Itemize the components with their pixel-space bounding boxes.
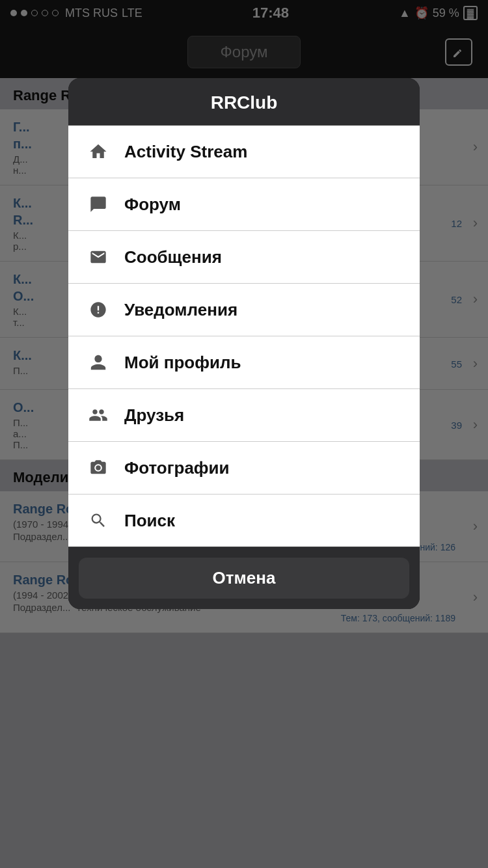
menu-item-search[interactable]: Поиск: [68, 495, 420, 547]
search-icon: [84, 506, 113, 535]
menu-item-profile-label: Мой профиль: [124, 353, 241, 373]
modal-cancel-area: Отмена: [68, 547, 420, 609]
menu-item-forum[interactable]: Форум: [68, 178, 420, 231]
menu-item-forum-label: Форум: [124, 195, 181, 215]
menu-item-search-label: Поиск: [124, 511, 175, 531]
messages-icon: [84, 243, 113, 271]
home-icon: [84, 137, 113, 166]
photos-icon: [84, 454, 113, 482]
page-wrapper: MTS RUS LTE 17:48 ▲ ⏰ 59 % ▓ Форум Range…: [0, 0, 488, 868]
friends-icon: [84, 401, 113, 429]
cancel-button[interactable]: Отмена: [79, 558, 409, 599]
menu-item-photos-label: Фотографии: [124, 458, 230, 478]
profile-icon: [84, 348, 113, 377]
menu-item-activity[interactable]: Activity Stream: [68, 126, 420, 178]
menu-item-photos[interactable]: Фотографии: [68, 442, 420, 495]
menu-item-notifications-label: Уведомления: [124, 300, 237, 320]
menu-item-friends-label: Друзья: [124, 405, 184, 426]
menu-item-notifications[interactable]: Уведомления: [68, 284, 420, 336]
forum-icon: [84, 190, 113, 219]
menu-item-messages-label: Сообщения: [124, 247, 222, 267]
navigation-modal: RRClub Activity Stream Форум: [68, 78, 420, 609]
modal-title: RRClub: [211, 92, 278, 113]
menu-item-messages[interactable]: Сообщения: [68, 231, 420, 284]
menu-item-friends[interactable]: Друзья: [68, 389, 420, 442]
notifications-icon: [84, 295, 113, 324]
modal-menu: Activity Stream Форум Сообщения: [68, 126, 420, 547]
menu-item-activity-label: Activity Stream: [124, 142, 247, 162]
modal-header: RRClub: [68, 78, 420, 126]
menu-item-profile[interactable]: Мой профиль: [68, 336, 420, 389]
